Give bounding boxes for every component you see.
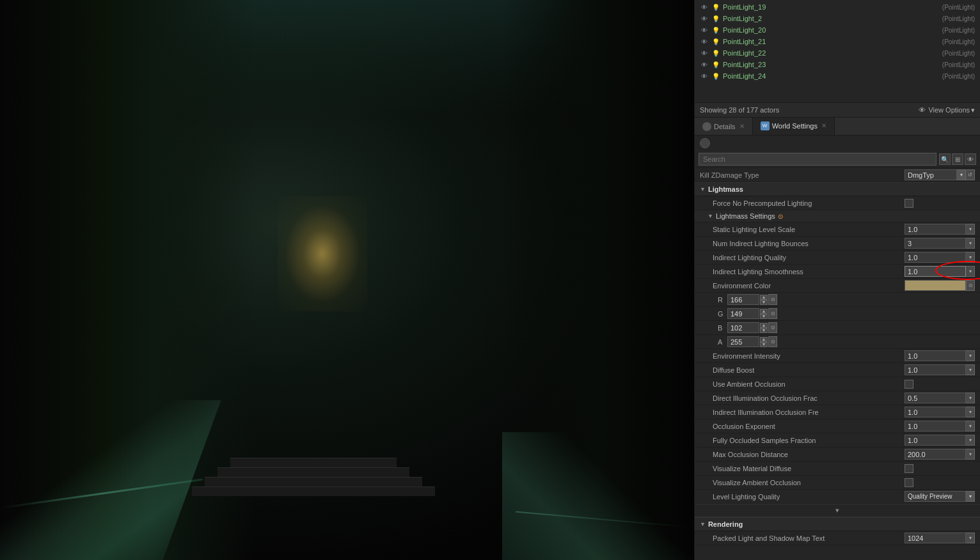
world-settings-icon: W	[761, 121, 770, 130]
lightmass-section-header[interactable]: ▼ Lightmass	[695, 182, 980, 196]
kill-zdamage-dropdown[interactable]: DmgTyp	[905, 169, 957, 180]
grid-view-button[interactable]: ⊞	[952, 153, 963, 165]
a-reset[interactable]: ⊙	[768, 336, 777, 347]
outliner-item[interactable]: 👁 💡 PointLight_19 (PointLight)	[695, 1, 980, 13]
static-lighting-scale-reset[interactable]: ▾	[966, 224, 975, 235]
diffuse-boost-value-container: ▾	[905, 364, 975, 375]
r-spin-down[interactable]: ▼	[760, 300, 768, 305]
kill-zdamage-dropdown-arrow[interactable]: ▾	[957, 169, 966, 180]
indirect-lighting-quality-label: Indirect Lighting Quality	[713, 254, 905, 261]
max-occlusion-distance-input[interactable]	[905, 449, 966, 460]
indirect-lighting-smoothness-reset[interactable]: ▾	[966, 266, 975, 277]
tab-world-settings[interactable]: W World Settings ✕	[753, 118, 835, 135]
max-occlusion-distance-label: Max Occlusion Distance	[713, 451, 905, 458]
a-spin-up[interactable]: ▲	[760, 337, 768, 342]
close-world-settings-icon[interactable]: ✕	[821, 122, 826, 129]
fully-occluded-reset[interactable]: ▾	[966, 435, 975, 446]
actors-count: Showing 28 of 177 actors	[700, 106, 779, 114]
chevron-down-icon: ▾	[971, 106, 975, 114]
environment-intensity-input[interactable]	[905, 350, 966, 361]
diffuse-boost-input[interactable]	[905, 364, 966, 375]
direct-illumination-row: Direct Illumination Occlusion Frac ▾	[695, 391, 980, 405]
indirect-lighting-quality-reset[interactable]: ▾	[966, 252, 975, 263]
details-circle-button[interactable]	[700, 138, 710, 148]
level-lighting-quality-arrow[interactable]: ▾	[966, 491, 975, 502]
outliner-item[interactable]: 👁 💡 PointLight_23 (PointLight)	[695, 59, 980, 70]
kill-zdamage-value-container: DmgTyp ▾ ↺	[905, 169, 975, 180]
indirect-lighting-quality-input[interactable]	[905, 252, 966, 263]
outliner-item[interactable]: 👁 💡 PointLight_2 (PointLight)	[695, 13, 980, 24]
static-lighting-scale-input[interactable]	[905, 224, 966, 235]
a-spin-down[interactable]: ▼	[760, 342, 768, 347]
environment-color-r-row: R ▲ ▼ ⊙	[695, 293, 980, 307]
b-label: B	[718, 324, 727, 332]
r-spin-up[interactable]: ▲	[760, 295, 768, 300]
outliner-item[interactable]: 👁 💡 PointLight_21 (PointLight)	[695, 36, 980, 47]
g-spin-up[interactable]: ▲	[760, 309, 768, 314]
lightmass-settings-reset-icon[interactable]: ⊙	[778, 213, 783, 220]
environment-intensity-label: Environment Intensity	[713, 352, 905, 360]
tab-details[interactable]: Details ✕	[695, 118, 753, 135]
level-lighting-quality-dropdown[interactable]: Quality Preview	[905, 491, 966, 502]
r-input[interactable]	[727, 294, 759, 305]
outliner-item[interactable]: 👁 💡 PointLight_22 (PointLight)	[695, 47, 980, 59]
b-spin-down[interactable]: ▼	[760, 328, 768, 333]
indirect-illumination-reset[interactable]: ▾	[966, 407, 975, 417]
tab-bar: Details ✕ W World Settings ✕	[695, 118, 980, 136]
num-indirect-bounces-reset[interactable]: ▾	[966, 238, 975, 249]
eye-view-button[interactable]: 👁	[965, 153, 976, 165]
search-button[interactable]: 🔍	[939, 153, 951, 165]
b-input[interactable]	[727, 322, 759, 333]
diffuse-boost-reset[interactable]: ▾	[966, 364, 975, 375]
direct-illumination-input[interactable]	[905, 393, 966, 403]
num-indirect-bounces-row: Num Indirect Lighting Bounces ▾	[695, 237, 980, 251]
environment-intensity-reset[interactable]: ▾	[966, 350, 975, 361]
outliner-item[interactable]: 👁 💡 PointLight_20 (PointLight)	[695, 24, 980, 36]
g-spin-down[interactable]: ▼	[760, 314, 768, 319]
num-indirect-bounces-input[interactable]	[905, 238, 966, 249]
light-bulb-icon: 💡	[711, 60, 720, 69]
b-reset[interactable]: ⊙	[768, 322, 777, 333]
use-ambient-occlusion-row: Use Ambient Occlusion	[695, 377, 980, 391]
search-input[interactable]	[699, 153, 937, 166]
g-reset[interactable]: ⊙	[768, 308, 777, 319]
r-spin-group: ▲ ▼	[760, 295, 768, 305]
static-lighting-scale-label: Static Lighting Level Scale	[713, 226, 905, 233]
3d-viewport	[0, 0, 694, 560]
kill-zdamage-reset[interactable]: ↺	[966, 169, 975, 180]
indirect-illumination-input[interactable]	[905, 407, 966, 417]
occlusion-exponent-value-container: ▾	[905, 421, 975, 432]
visualize-material-diffuse-checkbox[interactable]	[905, 464, 913, 473]
fully-occluded-input[interactable]	[905, 435, 966, 446]
environment-color-b-row: B ▲ ▼ ⊙	[695, 321, 980, 335]
a-input[interactable]	[727, 336, 759, 347]
r-reset[interactable]: ⊙	[768, 294, 777, 305]
lightmass-settings-subsection[interactable]: ▼ Lightmass Settings ⊙	[695, 210, 980, 222]
indirect-lighting-smoothness-label: Indirect Lighting Smoothness	[713, 268, 905, 276]
packed-light-row: Packed Light and Shadow Map Text ▾	[695, 531, 980, 545]
outliner-item[interactable]: 👁 💡 PointLight_24 (PointLight)	[695, 70, 980, 82]
occlusion-exponent-reset[interactable]: ▾	[966, 421, 975, 432]
lightmass-title: Lightmass	[708, 185, 743, 193]
item-type: (PointLight)	[942, 4, 975, 11]
direct-illumination-reset[interactable]: ▾	[966, 393, 975, 403]
collapse-row[interactable]: ▾	[695, 504, 980, 517]
environment-color-swatch[interactable]	[905, 280, 966, 291]
indirect-lighting-quality-row: Indirect Lighting Quality ▾	[695, 251, 980, 265]
packed-light-reset[interactable]: ▾	[966, 533, 975, 543]
force-no-precomputed-checkbox[interactable]	[905, 199, 913, 208]
environment-color-reset[interactable]: ⊙	[966, 280, 975, 291]
visualize-ambient-occlusion-checkbox[interactable]	[905, 478, 913, 487]
occlusion-exponent-input[interactable]	[905, 421, 966, 432]
g-input[interactable]	[727, 308, 759, 319]
b-spin-up[interactable]: ▲	[760, 323, 768, 328]
packed-light-input[interactable]	[905, 533, 966, 543]
details-panel[interactable]: 🔍 ⊞ 👁 Kill ZDamage Type DmgTyp ▾ ↺ ▼ Lig…	[695, 136, 980, 560]
indirect-lighting-smoothness-input[interactable]	[905, 266, 966, 277]
use-ambient-occlusion-checkbox[interactable]	[905, 380, 913, 389]
occlusion-exponent-row: Occlusion Exponent ▾	[695, 419, 980, 433]
view-options-button[interactable]: 👁 View Options ▾	[919, 106, 975, 114]
max-occlusion-distance-reset[interactable]: ▾	[966, 449, 975, 460]
close-details-icon[interactable]: ✕	[739, 123, 745, 130]
rendering-section-header[interactable]: ▼ Rendering	[695, 517, 980, 531]
